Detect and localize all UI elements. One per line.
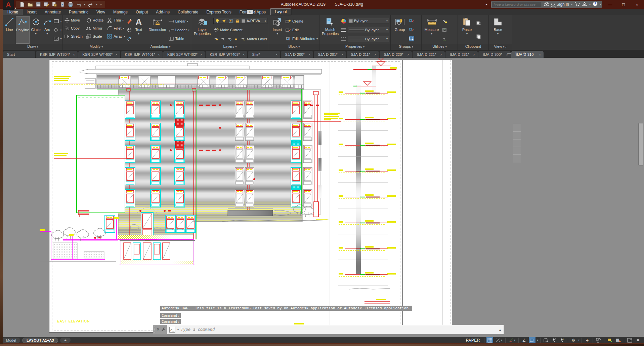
model-tab[interactable]: Model <box>2 338 20 343</box>
layer-tools-icon-2[interactable] <box>220 36 225 42</box>
units-button[interactable] <box>595 337 602 343</box>
copy-clip-icon[interactable] <box>476 34 481 39</box>
layer-color-swatch[interactable] <box>242 19 245 23</box>
panel-label-annotation[interactable]: Annotation ▾ <box>130 44 191 50</box>
ghost-button[interactable] <box>513 131 521 139</box>
ribbon-collapse-control[interactable]: ▲▾ <box>247 10 255 14</box>
close-tab-icon[interactable]: × <box>308 52 310 56</box>
close-tab-icon[interactable]: × <box>473 52 475 56</box>
color-wheel-icon[interactable] <box>341 18 346 24</box>
file-tab[interactable]: SJA-D-221*× <box>413 51 445 58</box>
file-tab[interactable]: KSR-SJP-WT400*× <box>78 51 120 58</box>
match-properties-button[interactable]: Match Properties <box>321 16 340 44</box>
ribbon-tab[interactable]: Output <box>132 9 152 15</box>
qat-customize-icon[interactable]: ▿ <box>100 3 102 6</box>
layer-tools-icon-3[interactable] <box>227 36 232 42</box>
file-tab[interactable]: KSR-SJP-WT402*× <box>163 51 205 58</box>
app-store-cart-icon[interactable] <box>574 2 580 7</box>
match-layer-button[interactable]: Match Layer <box>213 36 267 42</box>
doc-close-icon[interactable]: × <box>523 51 525 55</box>
ghost-button[interactable] <box>513 124 521 131</box>
text-button[interactable]: A Text▾ <box>131 16 146 44</box>
ribbon-tab[interactable]: Insert <box>23 9 41 15</box>
make-current-button[interactable]: Make Current <box>213 27 267 33</box>
workspace-switching-button[interactable]: + <box>584 337 591 343</box>
mobile-share-icon[interactable] <box>60 2 65 7</box>
add-layout-tab[interactable]: + <box>60 338 70 343</box>
hatch-tool-icon[interactable] <box>54 36 59 41</box>
panel-label-view[interactable]: View ▾ ⌐ <box>489 44 512 50</box>
undo-icon[interactable] <box>76 2 81 7</box>
close-tab-icon[interactable]: × <box>115 52 117 56</box>
close-tab-icon[interactable]: × <box>539 52 541 56</box>
layer-lock-icon[interactable] <box>235 18 240 24</box>
annotation-scale-gear-button[interactable]: ⚙ <box>570 337 577 343</box>
scale-button[interactable]: Scale <box>86 33 103 39</box>
application-menu-button[interactable]: A▾ <box>3 0 14 10</box>
search-binoculars-icon[interactable] <box>544 2 549 7</box>
linetype-combo[interactable]: ByLayer▾ <box>348 36 389 42</box>
command-input[interactable]: >_ ▾ Type a command ▴ <box>167 325 504 334</box>
ghost-button[interactable] <box>513 155 521 162</box>
annotation-monitor-button[interactable]: ! <box>615 337 622 343</box>
ribbon-tab[interactable]: View <box>92 9 109 15</box>
panel-label-clipboard[interactable]: Clipboard <box>458 44 488 50</box>
base-button[interactable]: Base▾ <box>490 16 506 44</box>
dynamic-input-button[interactable] <box>529 337 535 343</box>
ellipse-tool-icon[interactable] <box>54 27 59 33</box>
line-button[interactable]: Line <box>4 16 14 44</box>
ribbon-tab[interactable]: Add-ins <box>152 9 174 15</box>
file-tab[interactable]: SJA-D-200*× <box>281 51 313 58</box>
drag-grip-icon[interactable] <box>155 326 155 333</box>
table-button[interactable]: Table <box>169 36 189 42</box>
panel-label-layers[interactable]: Layers ▾ <box>191 44 269 50</box>
linear-button[interactable]: Linear▾ <box>169 18 189 24</box>
a360-icon[interactable] <box>582 2 587 7</box>
file-tab[interactable]: SJA-D-220*× <box>380 51 412 58</box>
block-edit-button[interactable]: Edit <box>286 27 318 33</box>
paste-button[interactable]: Paste▾ <box>459 16 475 44</box>
mirror-button[interactable]: Mirror <box>86 25 103 31</box>
ortho-mode-button[interactable]: ∠ <box>521 337 527 343</box>
array-button[interactable]: Array▾ <box>107 33 125 39</box>
group-selection-icon[interactable] <box>409 36 414 41</box>
command-wrench-icon[interactable] <box>161 326 165 333</box>
dimension-button[interactable]: Dimension <box>147 16 167 44</box>
open-folder-icon[interactable] <box>28 2 33 7</box>
move-button[interactable]: Move <box>64 17 83 23</box>
selection-cycling-button[interactable] <box>543 337 550 343</box>
layer-tools-icon-1[interactable] <box>213 36 219 42</box>
clean-screen-button[interactable] <box>626 337 633 343</box>
copy-button[interactable]: Copy <box>64 25 83 31</box>
sign-in-button[interactable]: Sign In <box>557 2 569 7</box>
autoscale-button[interactable] <box>559 337 566 343</box>
plot-icon[interactable] <box>52 2 57 7</box>
stretch-button[interactable]: Stretch <box>64 33 83 39</box>
command-bar-handle[interactable]: × <box>153 325 167 334</box>
layer-sun-icon[interactable] <box>221 18 227 24</box>
a360-caret-icon[interactable]: ▾ <box>589 3 591 6</box>
print-icon[interactable] <box>68 2 73 7</box>
file-tab[interactable]: Site*× <box>248 51 280 58</box>
graphics-performance-button[interactable] <box>606 337 613 343</box>
close-tab-icon[interactable]: × <box>440 52 442 56</box>
search-expand-icon[interactable]: ▸ <box>486 3 487 6</box>
block-create-button[interactable]: Create <box>286 18 318 24</box>
layer-on-bulb-icon[interactable] <box>215 18 220 24</box>
group-edit-icon[interactable] <box>409 27 414 33</box>
close-tab-icon[interactable]: × <box>200 52 202 56</box>
layout-tab[interactable]: LAYOUT A1+A3 <box>22 338 58 343</box>
file-tab[interactable]: KSR-SJP-WT304*× <box>36 51 78 58</box>
circle-button[interactable]: Circle▾ <box>31 16 41 44</box>
doc-minimize-icon[interactable]: — <box>507 51 511 55</box>
ribbon-tab[interactable]: Parametric <box>65 9 92 15</box>
snap-mode-button[interactable]: ▾ <box>495 337 503 343</box>
point-style-icon[interactable] <box>442 36 447 41</box>
doc-restore-icon[interactable]: □ <box>516 51 518 55</box>
ribbon-tab[interactable]: Collaborate <box>174 9 202 15</box>
file-tab[interactable]: SJA-D-211*× <box>347 51 379 58</box>
object-color-combo[interactable]: ByLayer▾ <box>348 18 389 24</box>
insert-button[interactable]: Insert▾ <box>270 16 284 44</box>
ribbon-tab[interactable]: Annotate <box>41 9 65 15</box>
cut-icon[interactable] <box>476 21 481 26</box>
